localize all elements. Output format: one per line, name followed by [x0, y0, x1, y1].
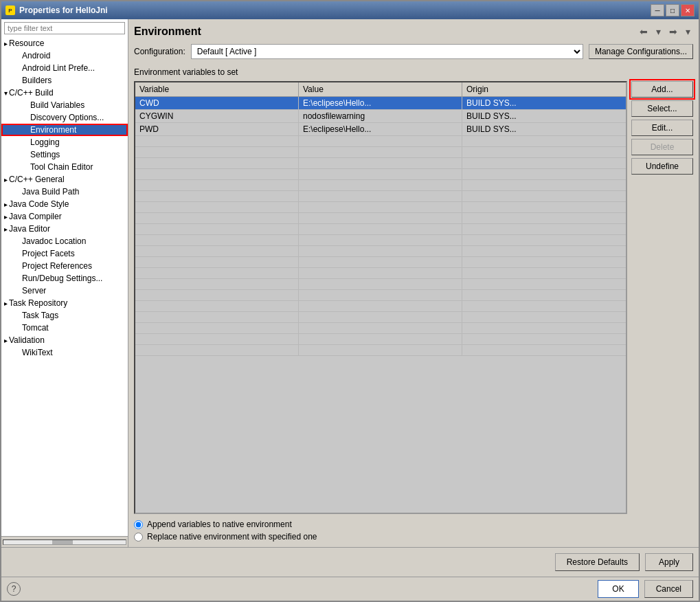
env-empty-cell — [135, 301, 299, 311]
help-icon[interactable]: ? — [7, 582, 21, 596]
env-empty-cell — [135, 290, 299, 300]
restore-defaults-button[interactable]: Restore Defaults — [555, 553, 640, 571]
filter-input[interactable] — [4, 22, 125, 34]
env-empty-cell — [462, 147, 626, 157]
add-button[interactable]: Add... — [631, 81, 693, 98]
radio-section: Append variables to native environment R… — [134, 520, 693, 542]
sidebar-item-task-tags[interactable]: Task Tags — [1, 309, 128, 322]
sidebar-item-java-compiler[interactable]: ▸ Java Compiler — [1, 210, 128, 223]
tree-arrow: ▾ — [4, 89, 8, 97]
sidebar-item-server[interactable]: Server — [1, 285, 128, 297]
tree-label: Run/Debug Settings... — [22, 274, 102, 283]
sidebar-item-logging[interactable]: Logging — [1, 136, 128, 148]
sidebar-item-java-editor[interactable]: ▸ Java Editor — [1, 223, 128, 235]
title-bar: P Properties for HelloJni ─ □ ✕ — [1, 1, 699, 19]
sidebar-item-settings[interactable]: Settings — [1, 148, 128, 161]
config-dropdown[interactable]: Default [ Active ] — [191, 44, 583, 59]
main-content: Environment ⬅ ▾ ➡ ▾ Configuration: Defau… — [128, 19, 699, 547]
window-title: Properties for HelloJni — [19, 5, 108, 15]
env-empty-cell — [135, 224, 299, 234]
col-header-origin: Origin — [462, 82, 626, 96]
panel-title: Environment — [134, 25, 201, 38]
sidebar-item-android-lint[interactable]: Android Lint Prefe... — [1, 62, 128, 74]
nav-back-button[interactable]: ⬅ — [637, 25, 651, 38]
sidebar-item-run-debug-settings[interactable]: Run/Debug Settings... — [1, 272, 128, 285]
sidebar-item-android[interactable]: Android — [1, 49, 128, 62]
sidebar-item-task-repository[interactable]: ▸ Task Repository — [1, 297, 128, 309]
env-table-row[interactable]: CWD E:\eclipese\Hello... BUILD SYS... — [135, 97, 626, 110]
maximize-button[interactable]: □ — [666, 4, 679, 16]
sidebar-item-project-facets[interactable]: Project Facets — [1, 247, 128, 260]
env-empty-row — [135, 290, 626, 301]
ok-button[interactable]: OK — [598, 580, 638, 598]
tree-arrow: ▸ — [4, 225, 8, 233]
sidebar-item-cpp-general[interactable]: ▸ C/C++ General — [1, 173, 128, 186]
sidebar-item-java-build-path[interactable]: Java Build Path — [1, 186, 128, 198]
tree-arrow — [21, 102, 29, 109]
sidebar-item-discovery-options[interactable]: Discovery Options... — [1, 111, 128, 124]
sidebar-item-cpp-build[interactable]: ▾ C/C++ Build — [1, 87, 128, 99]
select-button[interactable]: Select... — [631, 100, 693, 117]
env-empty-cell — [462, 279, 626, 289]
tree-label: Javadoc Location — [22, 236, 86, 246]
sidebar-item-java-code-style[interactable]: ▸ Java Code Style — [1, 198, 128, 210]
cancel-button[interactable]: Cancel — [644, 580, 693, 598]
env-table-body[interactable]: CWD E:\eclipese\Hello... BUILD SYS... CY… — [135, 97, 626, 512]
env-empty-cell — [299, 279, 462, 289]
apply-button[interactable]: Apply — [645, 553, 693, 571]
sidebar-item-environment[interactable]: Environment — [1, 124, 128, 136]
env-empty-cell — [462, 345, 626, 355]
tree-arrow — [21, 139, 29, 146]
tree-label: Java Editor — [9, 224, 50, 234]
config-label: Configuration: — [134, 47, 185, 56]
sidebar-item-validation[interactable]: ▸ Validation — [1, 334, 128, 346]
minimize-button[interactable]: ─ — [651, 4, 664, 16]
tree-arrow — [12, 65, 21, 72]
env-empty-cell — [462, 312, 626, 322]
sidebar-item-resource[interactable]: ▸ Resource — [1, 37, 128, 49]
env-empty-cell — [299, 268, 462, 278]
tree-arrow: ▸ — [4, 337, 8, 344]
radio-append[interactable] — [134, 520, 143, 529]
panel-nav: ⬅ ▾ ➡ ▾ — [637, 25, 693, 38]
manage-configurations-button[interactable]: Manage Configurations... — [589, 44, 693, 59]
sidebar-item-javadoc-location[interactable]: Javadoc Location — [1, 235, 128, 247]
env-empty-cell — [299, 213, 462, 223]
env-empty-cell — [299, 290, 462, 300]
env-empty-row — [135, 202, 626, 213]
nav-forward-button[interactable]: ➡ — [666, 25, 680, 38]
sidebar-item-tomcat[interactable]: Tomcat — [1, 322, 128, 334]
sidebar-item-wiki-text[interactable]: WikiText — [1, 346, 128, 359]
env-empty-cell — [135, 334, 299, 344]
env-empty-cell — [135, 312, 299, 322]
edit-button[interactable]: Edit... — [631, 120, 693, 136]
tree-arrow — [12, 349, 21, 357]
nav-forward-dropdown-button[interactable]: ▾ — [683, 25, 693, 38]
env-empty-cell — [299, 202, 462, 212]
nav-dropdown-button[interactable]: ▾ — [653, 25, 664, 38]
col-header-variable: Variable — [135, 82, 299, 96]
scrollbar-thumb[interactable] — [52, 540, 73, 544]
env-table-row[interactable]: CYGWIN nodosfilewarning BUILD SYS... — [135, 110, 626, 123]
tree-scrollbar[interactable] — [1, 536, 128, 547]
scrollbar-track[interactable] — [3, 539, 126, 545]
radio-replace[interactable] — [134, 533, 143, 542]
undefine-button[interactable]: Undefine — [631, 158, 693, 175]
delete-button[interactable]: Delete — [631, 139, 693, 155]
tree-label: Tool Chain Editor — [30, 162, 93, 172]
env-empty-cell — [299, 235, 462, 245]
sidebar-item-tool-chain-editor[interactable]: Tool Chain Editor — [1, 161, 128, 173]
sidebar-item-project-references[interactable]: Project References — [1, 260, 128, 272]
tree-label: Resource — [9, 38, 44, 48]
env-empty-cell — [299, 257, 462, 267]
env-empty-row — [135, 334, 626, 345]
env-table-row[interactable]: PWD E:\eclipese\Hello... BUILD SYS... — [135, 123, 626, 136]
tree-label: Android — [22, 51, 50, 60]
tree-arrow — [12, 275, 21, 282]
sidebar-item-build-variables[interactable]: Build Variables — [1, 99, 128, 111]
sidebar-item-builders[interactable]: Builders — [1, 74, 128, 87]
env-empty-cell — [299, 136, 462, 146]
close-button[interactable]: ✕ — [681, 4, 695, 16]
tree-arrow — [12, 52, 21, 60]
env-empty-cell — [135, 191, 299, 201]
